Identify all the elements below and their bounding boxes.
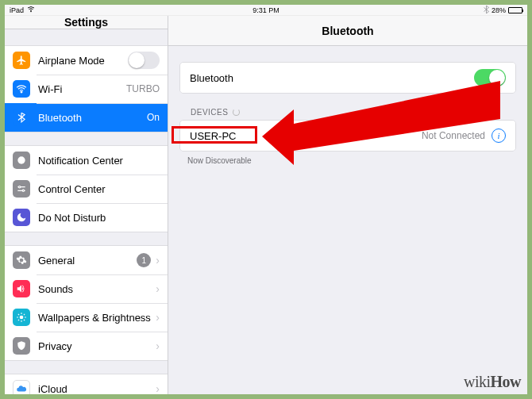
row-label: iCloud <box>38 383 151 395</box>
sidebar-item-wi-fi[interactable]: Wi-FiTURBO <box>5 75 168 103</box>
row-label: Control Center <box>38 183 160 195</box>
info-icon[interactable]: i <box>492 129 506 143</box>
svg-point-1 <box>21 91 22 93</box>
device-row[interactable]: USER-PC Not Connected i <box>180 121 515 151</box>
wifi-status-icon <box>27 6 35 14</box>
status-time: 9:31 PM <box>180 6 351 14</box>
svg-point-4 <box>22 190 24 191</box>
row-label: Privacy <box>38 340 151 352</box>
row-label: Do Not Disturb <box>38 212 160 224</box>
settings-sidebar: Settings Airplane ModeWi-FiTURBOBluetoot… <box>5 16 168 394</box>
sidebar-item-airplane-mode[interactable]: Airplane Mode <box>5 46 168 75</box>
detail-panel: Bluetooth Bluetooth DEVICES USER-PC Not … <box>168 16 527 394</box>
airplane-icon <box>13 52 30 69</box>
discoverable-text: Now Discoverable <box>187 156 252 165</box>
moon-icon <box>13 209 30 226</box>
bluetooth-row-label: Bluetooth <box>190 72 474 84</box>
watermark: wikiHow <box>464 373 521 391</box>
svg-point-0 <box>30 10 32 12</box>
battery-icon <box>508 7 522 13</box>
row-label: Bluetooth <box>38 112 142 124</box>
wifi-icon <box>13 80 30 98</box>
battery-percent: 28% <box>492 6 506 14</box>
sidebar-item-sounds[interactable]: Sounds› <box>5 274 168 303</box>
toggle[interactable] <box>128 52 160 69</box>
sidebar-item-bluetooth[interactable]: BluetoothOn <box>5 103 168 132</box>
notification-icon <box>13 152 30 169</box>
sidebar-item-general[interactable]: General1› <box>5 246 168 274</box>
svg-point-3 <box>19 186 21 188</box>
sidebar-item-do-not-disturb[interactable]: Do Not Disturb <box>5 203 168 232</box>
sidebar-item-wallpapers-brightness[interactable]: Wallpapers & Brightness› <box>5 303 168 332</box>
sidebar-item-privacy[interactable]: Privacy› <box>5 332 168 360</box>
icloud-icon <box>13 380 30 394</box>
row-label: General <box>38 255 133 267</box>
device-name: USER-PC <box>190 130 417 142</box>
badge: 1 <box>137 253 151 267</box>
row-label: Wallpapers & Brightness <box>38 312 151 324</box>
brightness-icon <box>13 309 30 326</box>
bluetooth-status-icon <box>484 6 489 15</box>
device-frame: iPad 9:31 PM 28% Settings Airplane ModeW… <box>5 5 527 394</box>
row-value: TURBO <box>126 83 160 94</box>
chevron-right-icon: › <box>156 340 160 352</box>
chevron-right-icon: › <box>156 282 160 295</box>
chevron-right-icon: › <box>156 311 160 324</box>
bluetooth-toggle[interactable] <box>474 69 506 86</box>
control-icon <box>13 180 30 198</box>
sidebar-item-control-center[interactable]: Control Center <box>5 175 168 203</box>
sidebar-item-icloud[interactable]: iCloud› <box>5 374 168 394</box>
row-value: On <box>147 112 160 123</box>
row-label: Airplane Mode <box>38 55 128 67</box>
bluetooth-icon <box>13 109 30 126</box>
chevron-right-icon: › <box>156 382 160 394</box>
panel-title: Bluetooth <box>168 16 527 46</box>
row-label: Sounds <box>38 283 151 295</box>
sidebar-title: Settings <box>5 16 168 29</box>
sounds-icon <box>13 280 30 297</box>
row-label: Wi-Fi <box>38 83 121 95</box>
bluetooth-master-row[interactable]: Bluetooth <box>180 63 515 93</box>
privacy-icon <box>13 337 30 355</box>
row-label: Notification Center <box>38 155 160 167</box>
status-bar: iPad 9:31 PM 28% <box>5 5 527 16</box>
spinner-icon <box>233 109 240 116</box>
gear-icon <box>13 251 30 269</box>
svg-point-5 <box>20 316 24 320</box>
sidebar-item-notification-center[interactable]: Notification Center <box>5 146 168 175</box>
devices-header: DEVICES <box>191 108 527 117</box>
svg-point-2 <box>17 156 25 163</box>
device-label: iPad <box>10 6 24 14</box>
chevron-right-icon: › <box>156 254 160 267</box>
device-status: Not Connected <box>422 130 485 141</box>
